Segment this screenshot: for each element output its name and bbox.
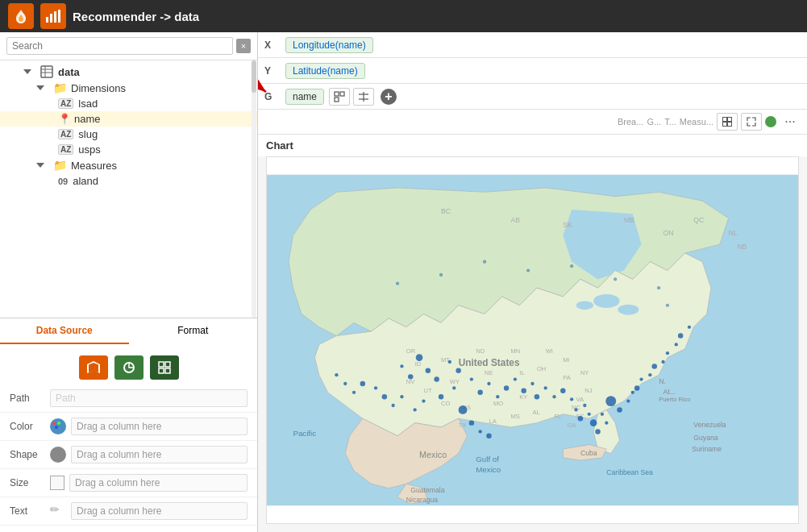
svg-point-103 bbox=[560, 388, 565, 393]
svg-text:Puerto Rico: Puerto Rico bbox=[659, 396, 690, 403]
axis-pill-y[interactable]: Latitude(name) bbox=[285, 63, 365, 79]
format-label-color: Color bbox=[10, 421, 50, 432]
format-value-size[interactable]: Drag a column here bbox=[69, 474, 248, 492]
axis-action-btn1[interactable] bbox=[329, 88, 350, 106]
tree-item-name[interactable]: 📍 name bbox=[0, 111, 257, 127]
svg-text:BC: BC bbox=[441, 207, 451, 215]
shape-circle-icon bbox=[50, 447, 66, 463]
svg-point-16 bbox=[55, 426, 58, 429]
page-title: Recommender -> data bbox=[73, 10, 199, 23]
tree-label-measures: Measures bbox=[71, 160, 117, 172]
tab-data-source[interactable]: Data Source bbox=[0, 318, 129, 344]
format-icon-chart[interactable] bbox=[114, 355, 144, 380]
svg-point-146 bbox=[614, 277, 617, 281]
svg-rect-10 bbox=[165, 362, 170, 367]
toolbar-btn-grid[interactable] bbox=[717, 113, 738, 131]
svg-point-84 bbox=[416, 354, 423, 361]
svg-text:NL: NL bbox=[729, 229, 738, 237]
svg-rect-24 bbox=[723, 118, 727, 122]
svg-point-129 bbox=[617, 407, 622, 412]
svg-text:Guyana: Guyana bbox=[693, 434, 718, 442]
svg-text:Mexico: Mexico bbox=[419, 450, 447, 459]
svg-point-85 bbox=[426, 368, 431, 373]
svg-point-95 bbox=[496, 395, 499, 398]
tab-format[interactable]: Format bbox=[129, 318, 258, 344]
svg-point-137 bbox=[666, 351, 669, 355]
svg-text:PA: PA bbox=[563, 374, 571, 381]
svg-point-99 bbox=[530, 382, 534, 385]
format-value-path[interactable]: Path bbox=[50, 389, 248, 407]
toolbar-btn-expand[interactable] bbox=[741, 113, 762, 131]
app-logo2[interactable] bbox=[40, 3, 66, 29]
app-logo1[interactable] bbox=[8, 3, 34, 29]
svg-text:OR: OR bbox=[406, 347, 416, 355]
svg-rect-9 bbox=[159, 362, 164, 367]
format-icon-map[interactable] bbox=[79, 355, 108, 380]
size-box-icon bbox=[50, 476, 64, 490]
svg-point-113 bbox=[459, 405, 468, 414]
axis-row-x: X Longitude(name) bbox=[258, 32, 807, 58]
svg-text:At...: At... bbox=[663, 388, 676, 396]
color-palette-icon bbox=[50, 418, 66, 434]
tree-item-lsad[interactable]: AZ lsad bbox=[0, 96, 257, 111]
svg-point-141 bbox=[483, 260, 486, 264]
format-icon-grid[interactable] bbox=[150, 355, 179, 380]
az-badge-lsad: AZ bbox=[58, 98, 73, 109]
right-panel: X Longitude(name) Y Latitude(name) G nam… bbox=[258, 32, 807, 532]
svg-rect-17 bbox=[335, 92, 339, 96]
svg-point-132 bbox=[634, 385, 639, 390]
svg-point-143 bbox=[570, 264, 573, 268]
svg-point-101 bbox=[544, 386, 547, 389]
tree-item-usps[interactable]: AZ usps bbox=[0, 142, 257, 157]
axis-action-btn2[interactable] bbox=[353, 88, 374, 106]
svg-point-134 bbox=[648, 373, 651, 376]
svg-point-133 bbox=[639, 377, 643, 380]
svg-text:WY: WY bbox=[450, 378, 460, 385]
toolbar-btn-more[interactable]: ··· bbox=[780, 113, 801, 131]
tree-item-slug[interactable]: AZ slug bbox=[0, 127, 257, 142]
svg-point-117 bbox=[439, 394, 443, 399]
svg-rect-11 bbox=[159, 368, 164, 373]
axis-pill-g[interactable]: name bbox=[285, 89, 324, 105]
format-value-text[interactable]: Drag a column here bbox=[71, 502, 248, 520]
axis-label-y: Y bbox=[264, 65, 281, 77]
svg-text:MN: MN bbox=[510, 347, 520, 355]
search-input[interactable] bbox=[6, 37, 233, 55]
axis-add-button[interactable]: + bbox=[381, 89, 397, 105]
svg-text:Pacific: Pacific bbox=[293, 429, 316, 438]
tree-label-slug: slug bbox=[78, 128, 98, 140]
toolbar-label-t: T... bbox=[664, 117, 676, 127]
tree-item-measures[interactable]: 📁 Measures bbox=[0, 157, 257, 173]
search-clear-button[interactable]: × bbox=[236, 39, 251, 53]
svg-text:Cuba: Cuba bbox=[580, 449, 597, 457]
axis-pill-x[interactable]: Longitude(name) bbox=[285, 37, 373, 53]
svg-point-130 bbox=[626, 399, 630, 402]
tree-item-dimensions[interactable]: 📁 Dimensions bbox=[0, 80, 257, 96]
svg-point-90 bbox=[455, 368, 460, 373]
folder-icon: 📁 bbox=[52, 81, 68, 94]
axis-row-y: Y Latitude(name) bbox=[258, 58, 807, 84]
svg-point-105 bbox=[574, 408, 577, 411]
svg-point-15 bbox=[57, 422, 60, 425]
svg-point-120 bbox=[400, 395, 403, 398]
num-badge-aland: 09 bbox=[58, 177, 68, 186]
svg-point-92 bbox=[470, 377, 473, 380]
svg-point-87 bbox=[400, 364, 403, 368]
svg-text:OH: OH bbox=[537, 365, 546, 372]
format-label-path: Path bbox=[10, 393, 50, 404]
svg-point-100 bbox=[535, 394, 539, 399]
tree-item-data[interactable]: data bbox=[0, 64, 257, 80]
format-value-shape[interactable]: Drag a column here bbox=[71, 446, 248, 463]
svg-point-107 bbox=[583, 404, 586, 407]
format-row-color: Color Drag a column here bbox=[0, 413, 257, 441]
bottom-tabs: Data Source Format bbox=[0, 318, 257, 344]
svg-point-111 bbox=[601, 413, 604, 416]
svg-point-86 bbox=[408, 374, 413, 379]
tree-item-aland[interactable]: 09 aland bbox=[0, 173, 257, 189]
format-value-color[interactable]: Drag a column here bbox=[71, 418, 248, 435]
svg-text:United States: United States bbox=[459, 357, 520, 368]
svg-text:Venezuela: Venezuela bbox=[693, 421, 726, 429]
scrollbar-thumb[interactable] bbox=[252, 60, 256, 93]
geo-icon-name: 📍 bbox=[58, 113, 71, 125]
svg-point-121 bbox=[391, 404, 394, 407]
